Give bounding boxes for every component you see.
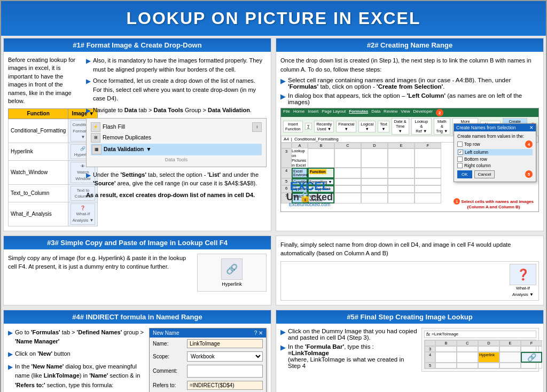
bullet-4: ▶ Under the 'Settings' tab, select the o… xyxy=(86,170,267,188)
logical-btn: Logical▼ xyxy=(358,121,376,132)
badge-1-inline: 1 xyxy=(454,198,460,205)
what-if-label: What-IfAnalysis ▼ xyxy=(510,285,536,298)
s4-b1-text: Go to 'Formulas' tab > 'Defined Names' g… xyxy=(15,328,145,347)
col-d-header: D xyxy=(361,143,388,148)
bullet-arrow-icon: ▶ xyxy=(86,77,90,86)
s4-bullet-3: ▶ In the 'New Name' dialog box, give mea… xyxy=(8,362,145,392)
data-tools-label: Data Tools xyxy=(91,156,262,164)
cancel-button[interactable]: Cancel xyxy=(474,170,495,178)
table-row: What_if_Analysis ❓What-IfAnalysis ▼ xyxy=(9,202,98,226)
nd-refers-input[interactable]: =INDIRECT($D$4) xyxy=(187,381,263,390)
s5-bullet-1: ▶ Click on the Dummy Image that you had … xyxy=(280,328,417,341)
cell-c4 xyxy=(334,168,361,178)
option-bottom-row: Bottom row xyxy=(457,156,533,162)
page-header: LOOKUP ON PICTURE IN EXCEL xyxy=(1,1,546,36)
section-5-right: Finally, simply select name from drop do… xyxy=(276,236,544,305)
cell-e4 xyxy=(388,168,415,178)
dialog-controls: ? ✕ xyxy=(254,330,263,336)
nd-comment-row: Comment: xyxy=(150,363,266,379)
s3-text: Simply copy any of image (for e.g. Hyper… xyxy=(8,254,192,271)
c-b4 xyxy=(435,352,457,363)
dialog-title-bar: Create Names from Selection ✕ xyxy=(454,124,536,131)
col-f-header: F xyxy=(415,143,441,148)
section-5-title: #5# Final Step Creating Image Lookup xyxy=(276,310,543,324)
cell-c6 xyxy=(334,185,361,193)
remove-dup-icon: ⊞ xyxy=(91,133,100,143)
section-3: #3# Simple Copy and Paste of Image in Lo… xyxy=(3,236,271,305)
bullet-arrow-icon: ▶ xyxy=(8,328,12,338)
excel-ribbon: File Home Insert Page Layout Formulas Da… xyxy=(281,108,538,117)
col-b-header: B xyxy=(308,143,334,148)
nd-scope-select[interactable]: Workbook xyxy=(187,351,263,362)
tab-formulas: Formulas xyxy=(349,109,368,116)
bullet-arrow-icon: ▶ xyxy=(86,106,90,115)
tab-view: View xyxy=(401,109,410,116)
c-e4 xyxy=(499,352,521,363)
main-container: LOOKUP ON PICTURE IN EXCEL #1# Format Im… xyxy=(0,0,547,392)
recently-used-btn: RecentlyUsed ▼ xyxy=(314,121,334,132)
s4-layout: ▶ Go to 'Formulas' tab > 'Defined Names'… xyxy=(8,328,267,392)
fx-label: fx xyxy=(426,332,430,337)
close-icon[interactable]: ✕ xyxy=(529,125,534,130)
dv-row-1: ⚡ Flash Fill ↕ xyxy=(91,122,262,132)
s3-layout: Simply copy any of image (for e.g. Hyper… xyxy=(8,254,267,292)
s4-b3-text: In the 'New Name' dialog box, give meani… xyxy=(15,362,145,392)
corner xyxy=(425,340,435,346)
c-f5 xyxy=(521,363,542,369)
s4-bullet-1: ▶ Go to 'Formulas' tab > 'Defined Names'… xyxy=(8,328,145,347)
cell-f6 xyxy=(415,185,441,193)
tab-developer: Developer xyxy=(413,109,433,116)
bullet-1-text: Also, it is mandatory to have the images… xyxy=(93,56,267,74)
checkbox-left-col[interactable]: ✓ xyxy=(458,150,463,155)
nd-name-input[interactable]: LinkToImage xyxy=(187,339,263,348)
cell-f7 xyxy=(415,193,441,203)
ok-button[interactable]: OK xyxy=(457,170,472,178)
what-if-img: ❓ What-IfAnalysis ▼ xyxy=(510,264,536,298)
nd-comment-input[interactable] xyxy=(187,365,263,378)
nd-comment-label: Comment: xyxy=(153,368,185,374)
cell-e6 xyxy=(388,185,415,193)
s5-grid: B C D E F 3 4 Hyperlink xyxy=(424,340,536,369)
cell-f4 xyxy=(415,168,441,178)
checkbox-bottom-row[interactable] xyxy=(457,156,463,162)
s5-b1-text: Click on the Dummy Image that you had co… xyxy=(288,328,417,341)
logo-excel: EXCEL xyxy=(286,181,333,192)
section-5: #5# Final Step Creating Image Lookup ▶ C… xyxy=(276,310,544,392)
section-1: #1# Format Image & Create Drop-Down Befo… xyxy=(3,38,271,231)
tab-page-layout: Page Layout xyxy=(322,109,346,116)
hyperlink-image: 🔗 Hyperlink xyxy=(221,258,243,287)
label-left-col: Left column xyxy=(465,150,488,155)
nd-name-label: Name: xyxy=(153,341,185,347)
dialog-title-bar: New Name ? ✕ xyxy=(150,328,266,338)
checkbox-top-row[interactable] xyxy=(457,142,463,147)
label-top-row: Top row xyxy=(464,142,480,147)
formula-val: =LinkToImage xyxy=(432,332,458,336)
section-2: #2# Creating Name Range Once the drop do… xyxy=(276,38,544,231)
hyperlink-label: Hyperlink xyxy=(221,281,243,287)
cell-d3 xyxy=(361,148,388,168)
logo-unlocked: Un🔓cked xyxy=(286,192,333,202)
new-name-dialog: New Name ? ✕ Name: LinkToImage Scope: Wo… xyxy=(149,328,267,392)
col-c-header: C xyxy=(334,143,361,148)
s1-layout: Before creating lookup for images in exc… xyxy=(8,56,267,226)
data-val-icon: ▦ xyxy=(92,145,101,154)
financial-btn: Financial▼ xyxy=(336,121,356,132)
func-name: Conditional_Formatting xyxy=(9,119,68,143)
cell-c7 xyxy=(334,193,361,203)
cell-ref: A4 xyxy=(284,137,289,142)
s5-right-content: Finally, simply select name from drop do… xyxy=(280,241,511,257)
func-name: What_if_Analysis xyxy=(9,202,68,226)
s1-left: Before creating lookup for images in exc… xyxy=(8,56,83,226)
arrow-icon: ↕ xyxy=(252,122,262,132)
r5: 5 xyxy=(425,363,435,369)
row-4-num: 4 xyxy=(281,168,292,178)
data-val-label: Data Validation xyxy=(104,145,144,154)
bullet-4-text: Under the 'Settings' tab, select the opt… xyxy=(93,170,267,188)
c-c5 xyxy=(457,363,478,369)
r4: 4 xyxy=(425,352,435,363)
bullet-arrow-icon: ▶ xyxy=(280,77,285,85)
s2-bullet-1: ▶ Select cell range containing names and… xyxy=(280,77,539,90)
cell-d7 xyxy=(361,193,388,203)
corner-cell xyxy=(281,143,292,148)
checkbox-right-col[interactable] xyxy=(457,163,463,168)
